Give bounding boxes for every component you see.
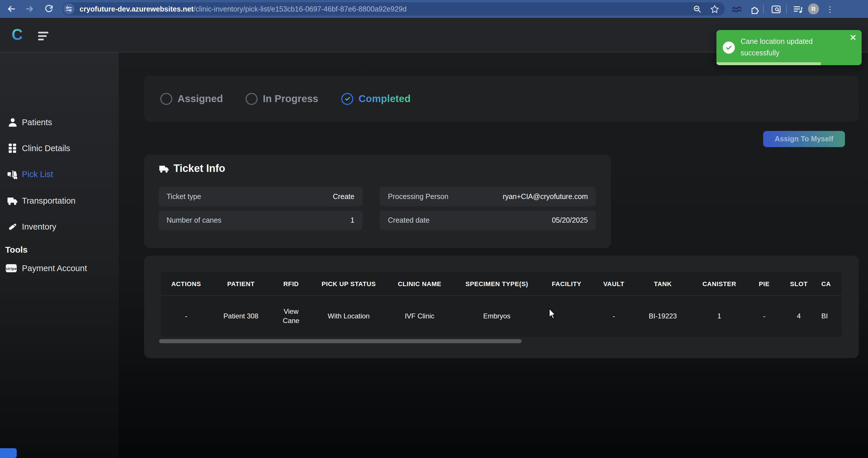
zoom-out-icon[interactable] (690, 2, 704, 16)
ticket-info-title: Ticket Info (158, 163, 225, 175)
cell-specimen-types: Embryos (454, 312, 540, 321)
browser-toolbar: cryofuture-dev.azurewebsites.net/clinic-… (0, 0, 868, 18)
sidebar-item-label: Payment Account (22, 264, 87, 273)
radio-circle-icon[interactable] (160, 93, 172, 105)
side-panel-search-icon[interactable] (769, 2, 783, 16)
sidebar-item-label: Inventory (22, 222, 56, 231)
pick-list-table-card: ACTIONS PATIENT RFID PICK UP STATUS CLIN… (144, 256, 859, 358)
extensions-puzzle-icon[interactable] (747, 2, 761, 16)
reload-icon[interactable] (43, 2, 55, 15)
hamburger-menu-icon[interactable] (38, 32, 50, 40)
success-check-icon (723, 41, 735, 54)
status-filter-bar: Assigned In Progress Completed (144, 76, 859, 122)
field-label: Processing Person (388, 193, 448, 201)
assign-to-myself-button[interactable]: Assign To Myself (763, 131, 845, 147)
field-value: 1 (350, 216, 354, 224)
wave-extension-icon[interactable] (730, 2, 744, 16)
toast-close-icon[interactable]: ✕ (850, 33, 857, 41)
main-content: Assigned In Progress Completed Assign To… (119, 53, 868, 458)
back-icon[interactable] (5, 2, 17, 15)
table-header-row: ACTIONS PATIENT RFID PICK UP STATUS CLIN… (161, 272, 842, 296)
view-cane-link[interactable]: View Cane (278, 307, 304, 325)
vial-icon (7, 221, 18, 232)
col-header-cane: CA (817, 280, 842, 287)
tab-completed[interactable]: Completed (341, 76, 411, 122)
grid-icon (7, 143, 18, 154)
cell-cane: BI (817, 312, 842, 321)
col-header-clinic-name: CLINIC NAME (385, 280, 454, 287)
sidebar-item-pick-list[interactable]: Pick List (0, 166, 119, 183)
sidebar-item-label: Patients (22, 118, 52, 127)
col-header-vault: VAULT (593, 280, 634, 287)
field-label: Created date (388, 216, 430, 224)
app-logo[interactable]: C (11, 26, 23, 44)
cell-clinic-name: IVF Clinic (385, 312, 454, 321)
pick-list-table: ACTIONS PATIENT RFID PICK UP STATUS CLIN… (161, 272, 842, 337)
ticket-info-card: Ticket Info Ticket type Create Processin… (144, 154, 611, 248)
field-value: Create (333, 193, 354, 201)
sidebar-item-payment-account[interactable]: stripe Payment Account (0, 260, 119, 277)
col-header-rfid: RFID (270, 280, 312, 287)
field-number-of-canes: Number of canes 1 (158, 210, 363, 230)
field-ticket-type: Ticket type Create (158, 187, 363, 206)
url-text: cryofuture-dev.azurewebsites.net/clinic-… (80, 5, 407, 13)
cell-tank: BI-19223 (634, 312, 691, 321)
field-value: 05/20/2025 (552, 216, 588, 224)
scrollbar-thumb[interactable] (159, 339, 522, 343)
sidebar-item-label: Pick List (22, 170, 53, 179)
field-value: ryan+CIA@cryofuture.com (503, 193, 588, 201)
url-path: /clinic-inventory/pick-list/e153cb16-069… (194, 5, 407, 13)
cell-canister: 1 (691, 312, 748, 321)
forward-icon[interactable] (23, 2, 36, 15)
col-header-specimen-types: SPECIMEN TYPE(S) (454, 280, 540, 287)
browser-profile-avatar[interactable]: R (808, 3, 819, 15)
horizontal-scrollbar[interactable] (159, 339, 844, 343)
bottom-left-chip[interactable] (0, 448, 17, 458)
field-created-date: Created date 05/20/2025 (380, 210, 596, 230)
cell-pie: - (748, 312, 781, 321)
mouse-cursor (549, 308, 557, 322)
cell-vault: - (593, 312, 634, 321)
field-label: Ticket type (166, 193, 201, 201)
ticket-info-title-text: Ticket Info (174, 163, 225, 175)
tab-label: Assigned (178, 93, 223, 105)
address-bar[interactable]: cryofuture-dev.azurewebsites.net/clinic-… (62, 2, 725, 16)
tab-label: In Progress (263, 93, 318, 105)
col-header-tank: TANK (634, 280, 691, 287)
media-playlist-icon[interactable] (791, 2, 805, 16)
person-icon (7, 117, 18, 128)
radio-check-icon[interactable] (341, 93, 353, 105)
bookmark-star-icon[interactable] (708, 2, 722, 16)
field-processing-person: Processing Person ryan+CIA@cryofuture.co… (380, 187, 596, 206)
col-header-pie: PIE (748, 280, 781, 287)
truck-icon (158, 164, 169, 174)
col-header-canister: CANISTER (691, 280, 748, 287)
page: cryofuture-dev.azurewebsites.net/clinic-… (0, 0, 868, 458)
toolbar-separator (763, 5, 764, 13)
sidebar-item-clinic-details[interactable]: Clinic Details (0, 140, 119, 157)
cell-patient: Patient 308 (212, 312, 270, 321)
sidebar-item-patients[interactable]: Patients (0, 114, 119, 131)
sidebar-item-inventory[interactable]: Inventory (0, 218, 119, 235)
col-header-slot: SLOT (781, 280, 817, 287)
field-label: Number of canes (166, 216, 221, 224)
col-header-patient: PATIENT (212, 280, 270, 287)
site-settings-icon[interactable] (63, 3, 74, 15)
col-header-actions: ACTIONS (161, 280, 212, 287)
sidebar-item-transportation[interactable]: Transportation (0, 192, 119, 209)
toolbar-separator (786, 5, 787, 13)
sidebar-item-label: Clinic Details (22, 144, 70, 153)
stripe-icon: stripe (6, 263, 17, 274)
sidebar-section-tools: Tools (5, 245, 28, 254)
tab-assigned[interactable]: Assigned (160, 76, 223, 122)
sidebar: Patients Clinic Details Pick List Transp… (0, 53, 119, 458)
browser-menu-icon[interactable]: ⋮ (823, 2, 837, 16)
tab-in-progress[interactable]: In Progress (246, 76, 318, 122)
forklift-icon (7, 169, 18, 180)
truck-icon (7, 195, 18, 206)
col-header-facility: FACILITY (540, 280, 593, 287)
sidebar-item-label: Transportation (22, 196, 75, 205)
cell-actions: - (161, 312, 212, 321)
toast-notification: Cane location updated successfully ✕ (716, 30, 862, 65)
radio-circle-icon[interactable] (246, 93, 258, 105)
